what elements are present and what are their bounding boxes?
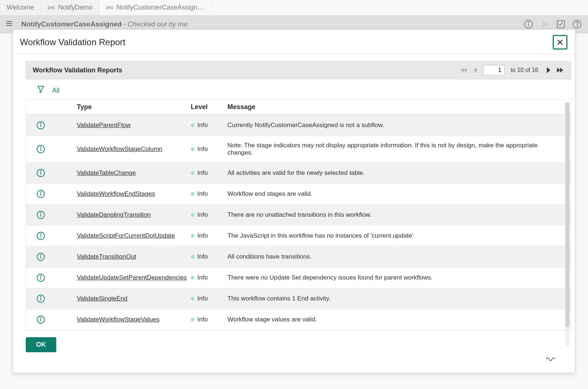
svg-point-30 bbox=[40, 192, 41, 192]
table-row: ValidateWorkflowStageValues Info Workflo… bbox=[26, 309, 571, 330]
pager-next-icon[interactable] bbox=[544, 66, 552, 74]
col-type: Type bbox=[77, 103, 191, 111]
validation-type-link[interactable]: ValidateDanglingTransition bbox=[77, 211, 151, 218]
status-dot-icon bbox=[191, 255, 194, 259]
validation-report-dialog: Workflow Validation Report Workflow Vali… bbox=[13, 29, 575, 373]
status-dot-icon bbox=[191, 234, 194, 238]
pager-range: to 10 of 16 bbox=[510, 67, 538, 73]
level-text: Info bbox=[197, 295, 208, 302]
validation-type-link[interactable]: ValidateWorkflowEndStages bbox=[77, 190, 155, 197]
status-dot-icon bbox=[191, 192, 194, 196]
message-text: Workflow stage values are valid. bbox=[227, 316, 560, 323]
pager-prev-icon bbox=[472, 66, 480, 74]
filter-icon[interactable] bbox=[37, 85, 45, 96]
table-row: ValidateTransitionOut Info All condition… bbox=[26, 246, 571, 267]
dialog-title: Workflow Validation Report bbox=[20, 37, 125, 47]
report-table: Type Level Message ValidateParentFlow In… bbox=[26, 99, 571, 331]
svg-point-36 bbox=[40, 234, 41, 234]
table-row: ValidateWorkflowStageColumn Info Note: T… bbox=[26, 136, 571, 163]
pager: to 10 of 16 bbox=[460, 65, 564, 75]
validation-type-link[interactable]: ValidateParentFlow bbox=[77, 122, 130, 129]
svg-point-33 bbox=[40, 213, 41, 213]
level-text: Info bbox=[197, 145, 208, 153]
validation-type-link[interactable]: ValidateWorkflowStageValues bbox=[77, 316, 159, 323]
svg-point-21 bbox=[40, 123, 41, 124]
svg-point-42 bbox=[40, 275, 41, 276]
message-text: All activities are valid for the newly s… bbox=[227, 169, 560, 177]
info-icon[interactable] bbox=[36, 231, 77, 240]
status-dot-icon bbox=[191, 147, 194, 151]
validation-type-link[interactable]: ValidateSingleEnd bbox=[77, 295, 128, 302]
filter-all-link[interactable]: All bbox=[52, 87, 60, 94]
validation-type-link[interactable]: ValidateTransitionOut bbox=[77, 253, 136, 260]
svg-point-48 bbox=[40, 317, 41, 318]
close-button[interactable] bbox=[553, 35, 567, 50]
scrollbar-thumb[interactable] bbox=[565, 102, 570, 327]
info-icon[interactable] bbox=[36, 121, 77, 130]
level-text: Info bbox=[197, 211, 208, 219]
table-row: ValidateParentFlow Info Currently Notify… bbox=[26, 115, 571, 136]
status-dot-icon bbox=[191, 276, 194, 280]
col-level: Level bbox=[191, 103, 227, 111]
level-text: Info bbox=[197, 169, 208, 177]
validation-type-link[interactable]: ValidateWorkflowStageColumn bbox=[77, 145, 162, 152]
svg-point-39 bbox=[40, 255, 41, 255]
level-text: Info bbox=[197, 122, 208, 129]
status-dot-icon bbox=[191, 297, 194, 300]
table-row: ValidateTableChange Info All activities … bbox=[26, 163, 571, 184]
message-text: Workflow end stages are valid. bbox=[227, 190, 560, 198]
level-text: Info bbox=[197, 190, 208, 198]
info-icon[interactable] bbox=[36, 169, 77, 177]
info-icon[interactable] bbox=[36, 273, 77, 282]
table-row: ValidateScriptForCurrentDotUpdate Info T… bbox=[26, 226, 571, 246]
validation-type-link[interactable]: ValidateTableChange bbox=[77, 169, 136, 176]
message-text: This workflow contains 1 End activity. bbox=[227, 295, 560, 302]
pager-first-icon bbox=[460, 66, 468, 74]
status-dot-icon bbox=[191, 318, 194, 321]
message-text: There are no unattached transitions in t… bbox=[227, 211, 560, 219]
info-icon[interactable] bbox=[36, 315, 77, 324]
svg-point-27 bbox=[40, 171, 41, 172]
message-text: The JavaScript in this workflow has no i… bbox=[227, 232, 560, 239]
level-text: Info bbox=[197, 232, 208, 239]
message-text: Currently NotifyCustomerCaseAssigned is … bbox=[227, 122, 560, 129]
status-dot-icon bbox=[191, 171, 194, 175]
status-dot-icon bbox=[191, 123, 194, 127]
info-icon[interactable] bbox=[36, 190, 77, 198]
pager-last-icon[interactable] bbox=[556, 66, 564, 74]
table-row: ValidateDanglingTransition Info There ar… bbox=[26, 205, 571, 226]
info-icon[interactable] bbox=[36, 210, 77, 219]
status-dot-icon bbox=[191, 213, 194, 217]
level-text: Info bbox=[197, 274, 208, 281]
info-icon[interactable] bbox=[36, 145, 77, 154]
resize-handle-icon[interactable] bbox=[545, 354, 558, 364]
svg-point-45 bbox=[40, 296, 41, 297]
validation-type-link[interactable]: ValidateScriptForCurrentDotUpdate bbox=[77, 232, 175, 239]
level-text: Info bbox=[197, 316, 208, 323]
level-text: Info bbox=[197, 253, 208, 260]
message-text: All conditions have transitions. bbox=[227, 253, 560, 260]
scrollbar[interactable] bbox=[565, 102, 570, 347]
ok-button[interactable]: OK bbox=[26, 337, 56, 352]
validation-type-link[interactable]: ValidateUpdateSetParentDependencies bbox=[77, 274, 187, 281]
svg-point-24 bbox=[40, 147, 41, 148]
table-row: ValidateSingleEnd Info This workflow con… bbox=[26, 288, 571, 309]
pager-page-input[interactable] bbox=[483, 65, 505, 75]
message-text: Note: The stage indicators may not displ… bbox=[227, 142, 560, 156]
subheader-title: Workflow Validation Reports bbox=[33, 66, 122, 74]
info-icon[interactable] bbox=[36, 294, 77, 303]
col-message: Message bbox=[227, 103, 560, 111]
list-subheader: Workflow Validation Reports to 10 of 16 bbox=[26, 61, 571, 79]
info-icon[interactable] bbox=[36, 252, 77, 261]
table-row: ValidateUpdateSetParentDependencies Info… bbox=[26, 267, 571, 288]
table-row: ValidateWorkflowEndStages Info Workflow … bbox=[26, 184, 571, 205]
message-text: There were no Update Set dependency issu… bbox=[227, 274, 560, 281]
